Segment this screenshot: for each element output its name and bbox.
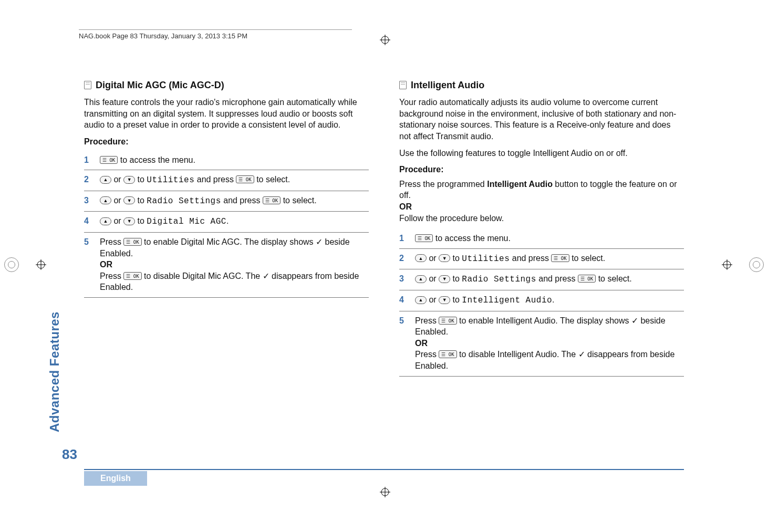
menu-ok-icon: ☰ OK	[439, 350, 456, 358]
step: 5 Press ☰ OK to enable Intelligent Audio…	[399, 311, 684, 377]
up-arrow-icon: ▲	[415, 296, 427, 304]
step-number: 5	[399, 315, 408, 372]
footer-rule	[84, 469, 684, 470]
menu-path: Digital Mic AGC	[147, 217, 226, 226]
or-label: OR	[100, 260, 112, 269]
procedure-label: Procedure:	[399, 164, 684, 175]
check-icon: ✓	[263, 272, 269, 280]
up-arrow-icon: ▲	[100, 217, 111, 225]
language-tab: English	[84, 471, 147, 486]
step-body: ▲ or ▼ to Digital Mic AGC.	[100, 215, 369, 228]
check-icon: ✓	[631, 316, 638, 325]
menu-path: Utilities	[147, 175, 194, 185]
step-body: ▲ or ▼ to Radio Settings and press ☰ OK …	[100, 195, 369, 207]
up-arrow-icon: ▲	[100, 176, 111, 184]
content-columns: Digital Mic AGC (Mic AGC-D) This feature…	[84, 79, 684, 479]
menu-ok-icon: ☰ OK	[123, 238, 141, 246]
down-arrow-icon: ▼	[123, 196, 135, 204]
menu-path: Radio Settings	[462, 275, 536, 284]
step-number: 1	[399, 233, 408, 244]
menu-ok-icon: ☰ OK	[439, 317, 456, 325]
menu-ok-icon: ☰ OK	[123, 272, 141, 280]
step: 1 ☰ OK to access the menu.	[84, 151, 369, 171]
step-body: ☰ OK to access the menu.	[100, 154, 369, 166]
down-arrow-icon: ▼	[439, 296, 450, 304]
menu-ok-icon: ☰ OK	[100, 156, 118, 164]
step-number: 2	[399, 253, 408, 265]
procedure-steps: 1 ☰ OK to access the menu. 2 ▲ or ▼ to U…	[84, 151, 369, 298]
menu-path: Radio Settings	[147, 196, 221, 206]
down-arrow-icon: ▼	[123, 217, 135, 225]
down-arrow-icon: ▼	[439, 275, 450, 283]
step: 2 ▲ or ▼ to Utilities and press ☰ OK to …	[399, 249, 684, 270]
page-icon	[84, 81, 91, 89]
step-number: 3	[399, 273, 408, 286]
up-arrow-icon: ▲	[100, 196, 111, 204]
step-body: Press ☰ OK to enable Intelligent Audio. …	[415, 315, 684, 372]
up-arrow-icon: ▲	[415, 275, 427, 283]
menu-ok-icon: ☰ OK	[415, 234, 433, 242]
menu-ok-icon: ☰ OK	[551, 254, 569, 262]
menu-ok-icon: ☰ OK	[578, 275, 596, 283]
step-body: ▲ or ▼ to Utilities and press ☰ OK to se…	[415, 253, 684, 265]
or-label: OR	[415, 339, 428, 348]
step-number: 4	[399, 294, 408, 307]
menu-path: Utilities	[462, 254, 510, 264]
step: 3 ▲ or ▼ to Radio Settings and press ☰ O…	[84, 191, 369, 212]
side-tab-label: Advanced Features	[47, 311, 62, 432]
step-body: Press ☰ OK to enable Digital Mic AGC. Th…	[100, 236, 369, 293]
step-number: 1	[84, 154, 92, 166]
heading-text: Intelligent Audio	[411, 79, 484, 91]
registration-mark-icon	[4, 257, 19, 272]
intro-paragraph: This feature controls the your radio's m…	[84, 97, 369, 131]
step: 3 ▲ or ▼ to Radio Settings and press ☰ O…	[399, 269, 684, 290]
up-arrow-icon: ▲	[415, 254, 427, 262]
check-icon: ✓	[578, 350, 585, 359]
or-label: OR	[399, 202, 412, 211]
step-number: 5	[84, 236, 92, 293]
page-icon	[399, 81, 407, 89]
step-body: ☰ OK to access the menu.	[415, 233, 684, 244]
step-body: ▲ or ▼ to Radio Settings and press ☰ OK …	[415, 273, 684, 286]
step: 5 Press ☰ OK to enable Digital Mic AGC. …	[84, 233, 369, 298]
step-body: ▲ or ▼ to Utilities and press ☰ OK to se…	[100, 174, 369, 186]
step-number: 4	[84, 215, 92, 228]
running-header: NAG.book Page 83 Thursday, January 3, 20…	[79, 29, 352, 40]
page-frame: NAG.book Page 83 Thursday, January 3, 20…	[53, 32, 715, 500]
intro-paragraph: Your radio automatically adjusts its aud…	[399, 97, 684, 142]
bold-feature-name: Intelligent Audio	[487, 180, 553, 189]
down-arrow-icon: ▼	[123, 176, 135, 184]
registration-mark-icon	[749, 257, 764, 272]
menu-path: Intelligent Audio	[462, 296, 552, 305]
procedure-label: Procedure:	[84, 136, 369, 148]
pre-procedure-text: Press the programmed Intelligent Audio b…	[399, 179, 684, 224]
crosshair-icon	[36, 259, 46, 270]
menu-ok-icon: ☰ OK	[263, 196, 281, 204]
heading-text: Digital Mic AGC (Mic AGC-D)	[96, 79, 224, 91]
menu-ok-icon: ☰ OK	[236, 175, 254, 183]
step-number: 2	[84, 174, 92, 186]
down-arrow-icon: ▼	[439, 254, 450, 262]
step: 4 ▲ or ▼ to Intelligent Audio.	[399, 290, 684, 311]
procedure-steps: 1 ☰ OK to access the menu. 2 ▲ or ▼ to U…	[399, 229, 684, 376]
intro-paragraph: Use the following features to toggle Int…	[399, 148, 684, 159]
section-heading-digital-mic-agc: Digital Mic AGC (Mic AGC-D)	[84, 79, 369, 91]
step: 2 ▲ or ▼ to Utilities and press ☰ OK to …	[84, 170, 369, 191]
step-body: ▲ or ▼ to Intelligent Audio.	[415, 294, 684, 307]
check-icon: ✓	[316, 237, 323, 246]
page-number: 83	[62, 446, 77, 463]
right-column: Intelligent Audio Your radio automatical…	[399, 79, 684, 479]
step-number: 3	[84, 195, 92, 207]
crosshair-icon	[722, 259, 732, 270]
left-column: Digital Mic AGC (Mic AGC-D) This feature…	[84, 79, 369, 479]
section-heading-intelligent-audio: Intelligent Audio	[399, 79, 684, 91]
step: 1 ☰ OK to access the menu.	[399, 229, 684, 249]
step: 4 ▲ or ▼ to Digital Mic AGC.	[84, 212, 369, 233]
